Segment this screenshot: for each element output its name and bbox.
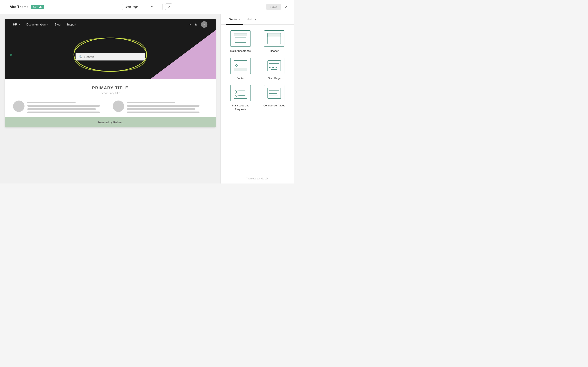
settings-label-confluence: Confluence Pages <box>263 104 285 108</box>
settings-label-start-page: Start Page <box>268 76 281 80</box>
hero-triangle <box>150 30 216 79</box>
card-lines <box>127 100 208 113</box>
footer-icon-box <box>230 58 251 74</box>
svg-point-19 <box>236 90 237 92</box>
panel-content: Main Appearance Header <box>221 25 294 173</box>
card-avatar <box>113 100 124 112</box>
close-button[interactable]: × <box>283 4 289 10</box>
svg-rect-2 <box>234 33 247 36</box>
search-icon: ⚬ <box>189 23 191 26</box>
panel-footer-text: Themeeditor v2.4.24 <box>246 177 268 180</box>
settings-item-main-appearance[interactable]: Main Appearance <box>226 30 255 53</box>
footer-text: Powered by Refined <box>97 121 123 124</box>
nav-link-support: Support <box>66 23 76 26</box>
card-line <box>27 105 100 107</box>
expand-button[interactable]: ➚ <box>165 3 172 10</box>
confluence-icon-box <box>264 85 285 101</box>
card-item <box>113 100 208 113</box>
start-page-icon-box <box>264 58 285 74</box>
panel-footer: Themeeditor v2.4.24 <box>221 173 294 184</box>
chevron-down-icon: ▼ <box>18 23 21 26</box>
svg-point-23 <box>236 95 237 96</box>
avatar: 0 <box>201 21 208 28</box>
settings-label-jira: Jira Issues and Requests <box>226 104 255 111</box>
svg-point-21 <box>236 92 237 94</box>
nav-link-blog: Blog <box>55 23 61 26</box>
right-panel: Settings History Main Appearance <box>221 14 294 184</box>
top-bar: □ Alto Theme ACTIVE Start Page ▼ ➚ Save … <box>0 0 294 14</box>
preview-footer: Powered by Refined <box>5 117 216 127</box>
card-line <box>127 105 199 107</box>
panel-tabs: Settings History <box>221 14 294 25</box>
card-line <box>127 111 199 113</box>
save-button[interactable]: Save <box>266 4 281 10</box>
svg-rect-5 <box>268 33 281 37</box>
card-item <box>13 100 108 113</box>
card-lines <box>27 100 108 113</box>
svg-point-16 <box>275 67 277 68</box>
main-layout: HR ▼ Documentation ▼ Blog Support ⚬ ⚙ 0 <box>0 14 294 184</box>
svg-point-14 <box>269 67 271 68</box>
nav-link-hr: HR ▼ <box>13 23 21 26</box>
card-line <box>127 108 195 110</box>
preview-frame: HR ▼ Documentation ▼ Blog Support ⚬ ⚙ 0 <box>5 19 216 127</box>
preview-area: HR ▼ Documentation ▼ Blog Support ⚬ ⚙ 0 <box>0 14 221 184</box>
settings-item-confluence[interactable]: Confluence Pages <box>259 85 289 111</box>
theme-title: Alto Theme <box>9 5 29 9</box>
settings-grid: Main Appearance Header <box>226 30 289 111</box>
card-line <box>27 102 76 103</box>
preview-nav-links: HR ▼ Documentation ▼ Blog Support <box>13 23 76 26</box>
search-placeholder: Search <box>84 55 94 58</box>
svg-rect-3 <box>235 38 246 43</box>
settings-label-main-appearance: Main Appearance <box>230 49 251 53</box>
settings-label-header: Header <box>270 49 279 53</box>
active-badge: ACTIVE <box>31 5 44 9</box>
avatar-count: 0 <box>204 23 205 26</box>
chevron-down-icon: ▼ <box>151 6 153 8</box>
card-avatar <box>13 100 25 112</box>
preview-nav: HR ▼ Documentation ▼ Blog Support ⚬ ⚙ 0 <box>5 19 216 30</box>
svg-point-15 <box>272 67 274 68</box>
theme-icon: □ <box>5 5 7 9</box>
gear-icon: ⚙ <box>195 23 198 26</box>
settings-label-footer: Footer <box>237 76 244 80</box>
top-bar-center: Start Page ▼ ➚ <box>122 3 172 10</box>
svg-point-8 <box>235 64 237 67</box>
settings-item-jira[interactable]: Jira Issues and Requests <box>226 85 255 111</box>
page-select-label: Start Page <box>125 5 138 8</box>
preview-content: PRIMARY TITLE Secondary Title <box>5 79 216 117</box>
chevron-left-icon: ► <box>9 52 14 58</box>
top-bar-right: Save × <box>172 4 289 10</box>
secondary-title: Secondary Title <box>9 92 212 95</box>
preview-hero: ► 🔍 Search <box>5 30 216 79</box>
settings-item-header[interactable]: Header <box>259 30 289 53</box>
card-line <box>27 111 100 113</box>
card-line <box>127 102 175 103</box>
tab-settings[interactable]: Settings <box>226 14 243 25</box>
nav-link-documentation: Documentation ▼ <box>26 23 49 26</box>
page-select-dropdown[interactable]: Start Page ▼ <box>122 4 163 10</box>
tab-history[interactable]: History <box>243 14 259 25</box>
svg-rect-7 <box>234 68 247 71</box>
header-icon-box <box>264 30 285 47</box>
main-appearance-icon-box <box>230 30 251 47</box>
jira-icon-box <box>230 85 251 101</box>
settings-item-start-page[interactable]: Start Page <box>259 58 289 80</box>
search-icon: 🔍 <box>79 55 82 58</box>
search-bar[interactable]: 🔍 Search <box>76 53 145 60</box>
settings-item-footer[interactable]: Footer <box>226 58 255 80</box>
card-line <box>27 108 96 110</box>
primary-title: PRIMARY TITLE <box>9 86 212 90</box>
chevron-down-icon: ▼ <box>47 23 49 26</box>
preview-nav-actions: ⚬ ⚙ 0 <box>189 21 208 28</box>
top-bar-left: □ Alto Theme ACTIVE <box>5 5 122 9</box>
cards-row <box>9 100 212 113</box>
